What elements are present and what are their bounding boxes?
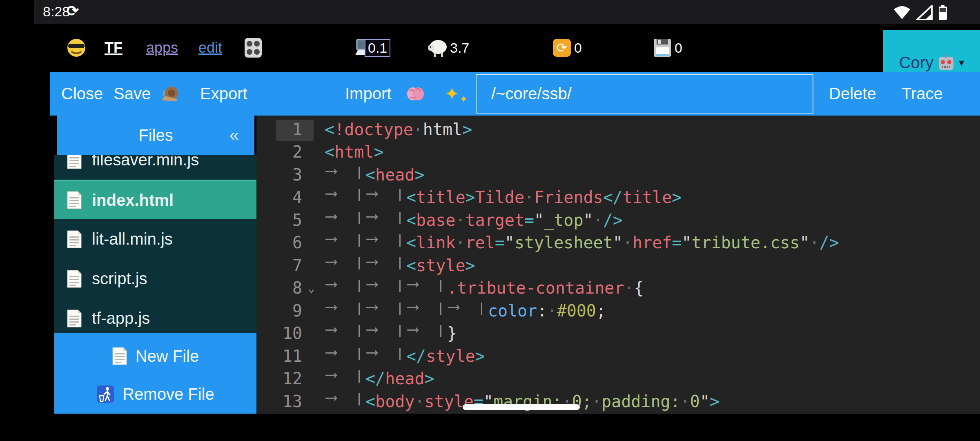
code-line[interactable]: 5<base·target="_top"·/> [256, 209, 980, 232]
file-name: filesaver.min.js [92, 155, 199, 169]
files-panel-header: Files « [57, 116, 254, 155]
robot-icon [938, 54, 955, 71]
new-file-button[interactable]: New File [54, 338, 256, 374]
code-text: } [325, 324, 980, 343]
snail-icon[interactable] [161, 72, 180, 116]
wifi-icon [893, 6, 911, 20]
code-line[interactable]: 13<body·style="margin:·0;·padding:·0"> [256, 390, 980, 413]
litter-bin-icon [96, 385, 114, 403]
svg-text:⟳: ⟳ [557, 40, 568, 56]
code-text: <body·style="margin:·0;·padding:·0"> [325, 392, 980, 411]
battery-icon [938, 5, 947, 20]
repeat-stat-value: 0 [574, 24, 582, 72]
edit-link[interactable]: edit [198, 24, 222, 72]
code-line[interactable]: 6<link·rel="stylesheet"·href="tribute.cs… [256, 232, 980, 254]
code-text: <!doctype·html> [325, 120, 980, 139]
app-header: TF apps edit 0.1 3.7 ⟳ 0 0 [0, 24, 980, 72]
clock: 8:28 [43, 4, 70, 20]
file-list: filesaver.min.jsindex.htmllit-all.min.js… [54, 155, 256, 333]
line-number: 6 [256, 233, 302, 252]
save-stat-value: 0 [675, 24, 682, 72]
status-bar: 8:28 ⟳ [34, 0, 980, 24]
file-item[interactable]: script.js [54, 259, 256, 298]
cpu-stat-value: 0.1 [365, 24, 390, 72]
line-number: 13 [256, 392, 302, 411]
page-icon [67, 270, 82, 288]
file-name: index.html [92, 191, 174, 209]
code-line[interactable]: 7<style> [256, 254, 980, 277]
line-number: 10 [256, 324, 302, 343]
remove-file-button[interactable]: Remove File [54, 376, 256, 412]
code-text: </head> [325, 369, 980, 388]
code-text: <base·target="_top"·/> [325, 211, 980, 229]
gesture-nav-bar [0, 414, 980, 441]
line-number: 5 [256, 211, 302, 229]
code-text: <head> [325, 165, 980, 184]
code-line[interactable]: 12</head> [256, 368, 980, 390]
new-file-label: New File [136, 347, 199, 365]
collapse-sidebar-button[interactable]: « [229, 125, 239, 145]
save-button[interactable]: Save [114, 72, 151, 116]
code-line[interactable]: 1<!doctype·html> [256, 118, 980, 141]
code-line[interactable]: 10} [256, 322, 980, 345]
page-icon [67, 191, 82, 209]
file-item[interactable]: tf-app.js [54, 298, 256, 333]
code-line[interactable]: 2<html> [256, 141, 980, 164]
apps-link[interactable]: apps [146, 24, 178, 72]
tf-home-link[interactable]: TF [105, 24, 122, 72]
code-line[interactable]: 11</style> [256, 345, 980, 368]
gesture-pill[interactable] [463, 404, 580, 410]
file-item[interactable]: lit-all.min.js [54, 219, 256, 259]
page-icon [67, 155, 82, 169]
code-text: <title>Tilde·Friends</title> [325, 188, 980, 207]
code-text: color:·#000; [325, 301, 980, 320]
remove-file-label: Remove File [122, 385, 214, 403]
sheep-stat-value: 3.7 [450, 24, 469, 72]
chevron-down-icon: ▾ [959, 56, 964, 69]
file-item[interactable]: index.html [54, 180, 256, 219]
trace-button[interactable]: Trace [902, 72, 943, 116]
sunglasses-face-icon[interactable] [67, 24, 86, 72]
import-button[interactable]: Import [345, 72, 391, 116]
main-area: 1<!doctype·html>2<html>3<head>4<title>Ti… [0, 116, 980, 414]
files-panel-title: Files [138, 126, 173, 145]
file-name: tf-app.js [92, 309, 150, 327]
code-text: <html> [325, 143, 980, 161]
line-number: 2 [256, 143, 302, 161]
line-number: 12 [256, 369, 302, 388]
close-button[interactable]: Close [61, 72, 103, 116]
file-item[interactable]: filesaver.min.js [54, 155, 256, 180]
export-button[interactable]: Export [200, 72, 247, 116]
refresh-icon: ⟳ [67, 2, 79, 20]
line-number: 11 [256, 347, 302, 365]
sheep-icon [427, 24, 448, 72]
editor-toolbar: Close Save Export Import ✦✦ Delete Trace [50, 72, 980, 116]
brain-icon[interactable] [406, 72, 425, 116]
line-number: 8 [256, 278, 302, 297]
user-name: Cory [899, 53, 933, 72]
line-number: 3 [256, 165, 302, 184]
code-line[interactable]: 3<head> [256, 163, 980, 186]
code-line[interactable]: 9color:·#000; [256, 299, 980, 322]
code-lines: 1<!doctype·html>2<html>3<head>4<title>Ti… [256, 116, 980, 413]
code-line[interactable]: 8⌄.tribute-container·{ [256, 277, 980, 300]
sparkles-icon[interactable]: ✦✦ [444, 72, 468, 116]
repeat-icon: ⟳ [552, 24, 571, 72]
file-name: script.js [92, 270, 147, 288]
code-text: <link·rel="stylesheet"·href="tribute.css… [325, 233, 980, 252]
control-knobs-icon[interactable] [244, 24, 263, 72]
signal-icon [916, 5, 933, 20]
files-sidebar: Files « filesaver.min.jsindex.htmllit-al… [54, 116, 256, 414]
path-input[interactable] [476, 74, 813, 114]
page-icon [67, 230, 82, 249]
code-editor[interactable]: 1<!doctype·html>2<html>3<head>4<title>Ti… [256, 116, 980, 414]
code-line[interactable]: 4<title>Tilde·Friends</title> [256, 186, 980, 209]
android-screen: 8:28 ⟳ TF apps edit [0, 0, 980, 441]
page-icon [67, 309, 82, 328]
fold-chevron-icon[interactable]: ⌄ [302, 281, 325, 295]
delete-button[interactable]: Delete [829, 72, 876, 116]
line-number: 7 [256, 256, 302, 275]
page-icon [112, 347, 127, 365]
code-text: </style> [325, 347, 980, 365]
line-number: 9 [256, 301, 302, 320]
